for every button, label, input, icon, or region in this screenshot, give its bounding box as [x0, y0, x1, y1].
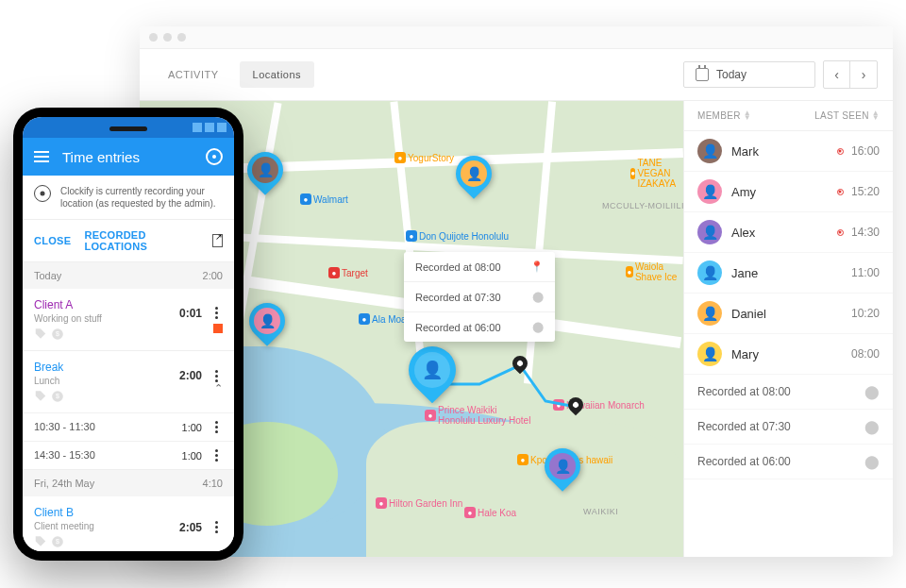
map-pin[interactable]: 👤	[247, 152, 283, 188]
recorded-row[interactable]: Recorded at 07:30 ⬤	[684, 410, 893, 445]
dollar-icon: $	[51, 390, 64, 403]
date-picker[interactable]: Today	[683, 61, 815, 88]
entry-duration: 2:05	[179, 521, 202, 534]
sub-entry[interactable]: 10:30 - 11:30 1:00	[23, 412, 234, 441]
toolbar: ACTIVITY Locations Today ‹ ›	[140, 49, 893, 101]
map-pin[interactable]: 👤	[409, 346, 456, 394]
tag-icon	[34, 390, 47, 403]
map-pin[interactable]: 👤	[545, 448, 580, 484]
avatar: 👤	[697, 260, 722, 285]
phone-mockup: Time entries Clockify is currently recor…	[13, 108, 243, 561]
map-pin[interactable]: 👤	[249, 303, 285, 339]
member-row[interactable]: 👤 Mary 08:00	[684, 334, 893, 375]
phone-actions: CLOSE RECORDED LOCATIONS	[23, 220, 234, 262]
map-poi: ●Don Quijote Honolulu	[406, 230, 509, 242]
popup-row[interactable]: Recorded at 06:00 ⬤	[404, 312, 555, 342]
day-label: Fri, 24th May	[34, 478, 94, 489]
entry-menu-icon[interactable]	[210, 449, 223, 462]
member-name: Mary	[731, 347, 851, 361]
date-label: Today	[716, 68, 747, 81]
svg-text:$: $	[56, 393, 59, 399]
window-dot	[149, 33, 158, 42]
entry-duration: 0:01	[179, 307, 202, 320]
map-popup: Recorded at 08:00 📍Recorded at 07:30 ⬤Re…	[404, 252, 555, 342]
recorded-label: Recorded at 06:00	[697, 455, 864, 468]
popup-row[interactable]: Recorded at 07:30 ⬤	[404, 282, 555, 312]
close-button[interactable]: CLOSE	[34, 235, 71, 246]
pin-icon: ⬤	[532, 321, 544, 333]
sub-entry-range: 14:30 - 15:30	[34, 449, 95, 462]
member-name: Jane	[731, 266, 851, 280]
window-controls	[140, 26, 893, 49]
next-date-button[interactable]: ›	[850, 61, 877, 88]
sub-entry[interactable]: 14:30 - 15:30 1:00	[23, 441, 234, 469]
member-time: 08:00	[851, 347, 880, 361]
member-time: 11:00	[851, 266, 880, 279]
entry-menu-icon[interactable]	[210, 307, 223, 319]
entry-client: Client A	[34, 298, 179, 311]
recorded-locations-button[interactable]: RECORDED LOCATIONS	[84, 229, 185, 252]
entry-menu-icon[interactable]	[210, 521, 223, 533]
lastseen-col-header[interactable]: LAST SEEN ▲▼	[814, 110, 880, 121]
location-icon[interactable]	[206, 148, 223, 165]
member-row[interactable]: 👤 Mark 16:00	[684, 131, 893, 172]
member-row[interactable]: 👤 Amy 15:20	[684, 172, 893, 212]
location-notice: Clockify is currently recording your loc…	[23, 176, 234, 220]
map-poi: WAIKIKI	[583, 507, 618, 516]
pin-icon: ⬤	[864, 454, 880, 469]
svg-text:$: $	[56, 538, 59, 545]
member-row[interactable]: 👤 Alex 14:30	[684, 212, 893, 253]
member-name: Mark	[731, 144, 837, 159]
map-poi: ●Hale Koa	[464, 507, 516, 518]
time-entry[interactable]: Client B Client meeting $ 2:05	[23, 496, 234, 551]
prev-date-button[interactable]: ‹	[824, 61, 850, 88]
popup-label: Recorded at 06:00	[415, 322, 501, 333]
phone-body[interactable]: Today2:00 Client A Working on stuff $ 0:…	[23, 262, 234, 551]
day-total: 4:10	[203, 478, 223, 489]
entry-description: Lunch	[34, 376, 179, 386]
sub-entry-range: 10:30 - 11:30	[34, 421, 95, 433]
popup-row[interactable]: Recorded at 08:00 📍	[404, 252, 555, 282]
recorded-label: Recorded at 07:30	[697, 420, 864, 433]
phone-screen: Time entries Clockify is currently recor…	[23, 117, 234, 551]
recorded-row[interactable]: Recorded at 08:00 ⬤	[684, 375, 893, 410]
map-poi: ●Target	[328, 267, 368, 278]
collapse-icon[interactable]: ⌃	[214, 382, 223, 395]
entry-menu-icon[interactable]	[210, 421, 223, 433]
time-entry[interactable]: Break Lunch $ 2:00 ⌃ 10:	[23, 351, 234, 470]
recorded-row[interactable]: Recorded at 06:00 ⬤	[684, 445, 893, 479]
avatar: 👤	[697, 301, 722, 326]
member-row[interactable]: 👤 Jane 11:00	[684, 253, 893, 294]
map-pin[interactable]: 👤	[456, 156, 492, 192]
recording-indicator	[213, 324, 223, 333]
tag-icon	[34, 328, 47, 341]
menu-icon[interactable]	[34, 151, 49, 162]
tab-locations[interactable]: Locations	[240, 61, 315, 88]
entry-menu-icon[interactable]	[210, 370, 223, 382]
map-poi: ●YogurStory	[394, 152, 454, 163]
sidebar-header: MEMBER ▲▼ LAST SEEN ▲▼	[684, 101, 893, 131]
svg-text:$: $	[56, 330, 59, 337]
map-poi: ●Prince Waikiki Honolulu Luxury Hotel	[425, 405, 532, 426]
sort-icon: ▲▼	[872, 111, 880, 121]
day-header: Fri, 24th May4:10	[23, 470, 234, 496]
member-time: 10:20	[851, 307, 880, 320]
member-row[interactable]: 👤 Daniel 10:20	[684, 294, 893, 334]
member-col-header[interactable]: MEMBER ▲▼	[697, 110, 751, 121]
avatar: 👤	[697, 220, 722, 244]
map-poi: ●Waiola Shave Ice	[626, 261, 683, 282]
day-label: Today	[34, 270, 61, 281]
open-external-icon[interactable]	[212, 234, 224, 247]
pin-icon: ⬤	[864, 384, 880, 399]
time-entry[interactable]: Client A Working on stuff $ 0:01	[23, 289, 234, 351]
tag-icon	[34, 535, 47, 548]
avatar: 👤	[697, 139, 722, 163]
member-time: 14:30	[851, 226, 880, 239]
target-icon	[34, 185, 51, 202]
calendar-icon	[696, 68, 709, 81]
tab-activity[interactable]: ACTIVITY	[155, 61, 232, 88]
entry-duration: 2:00	[179, 369, 202, 382]
member-name: Amy	[731, 185, 837, 199]
avatar: 👤	[697, 342, 722, 366]
entry-description: Working on stuff	[34, 313, 179, 324]
